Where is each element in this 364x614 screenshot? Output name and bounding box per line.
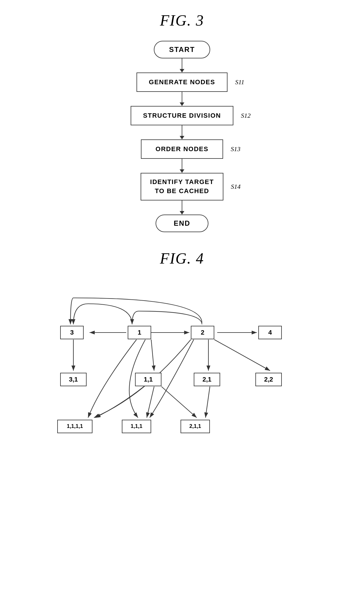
end-node: END (156, 215, 208, 232)
node-1-1-1-1: 1,1,1,1 (57, 420, 92, 433)
s11-box: GENERATE NODES (136, 72, 227, 92)
node-2: 2 (191, 326, 214, 339)
arrow-1 (180, 58, 184, 72)
s14-label: S14 (231, 183, 241, 190)
fig4-diagram: 3 1 2 4 3,1 1,1 2,1 2,2 1,1,1,1 1,1,1 2,… (41, 285, 323, 461)
start-row: START (154, 41, 210, 58)
end-row: END (156, 215, 208, 232)
fig4-title: FIG. 4 (160, 250, 204, 267)
node-1: 1 (128, 326, 151, 339)
svg-line-9 (205, 387, 210, 418)
s11-row: GENERATE NODES S11 (136, 72, 227, 92)
flowchart: START GENERATE NODES S11 STRUCTURE DIVIS… (131, 41, 233, 232)
node-2-1: 2,1 (194, 373, 220, 386)
node-1-1-1: 1,1,1 (122, 420, 151, 433)
s13-label: S13 (231, 145, 240, 153)
svg-line-8 (161, 387, 197, 418)
svg-line-7 (147, 387, 154, 418)
s12-box: STRUCTURE DIVISION (131, 106, 233, 125)
fig3-section: FIG. 3 START GENERATE NODES S11 STRUCTUR… (0, 0, 364, 232)
node-3: 3 (60, 326, 84, 339)
arrow-4 (180, 159, 184, 173)
fig3-title: FIG. 3 (160, 12, 204, 29)
s12-row: STRUCTURE DIVISION S12 (131, 106, 233, 125)
svg-line-6 (214, 340, 270, 371)
start-node: START (154, 41, 210, 58)
s13-row: ORDER NODES S13 (141, 139, 223, 159)
s11-label: S11 (235, 78, 244, 86)
svg-line-4 (151, 340, 154, 371)
node-2-2: 2,2 (255, 373, 282, 386)
s14-row: IDENTIFY TARGETTO BE CACHED S14 (141, 173, 223, 200)
s13-box: ORDER NODES (141, 139, 223, 159)
node-2-1-1: 2,1,1 (181, 420, 210, 433)
fig4-section: FIG. 4 (0, 232, 364, 461)
node-4: 4 (258, 326, 282, 339)
node-3-1: 3,1 (60, 373, 87, 386)
arrow-5 (180, 200, 184, 215)
arrow-2 (180, 92, 184, 106)
node-1-1: 1,1 (135, 373, 161, 386)
arrow-3 (180, 125, 184, 139)
s14-box: IDENTIFY TARGETTO BE CACHED (141, 173, 223, 200)
s12-label: S12 (241, 112, 251, 119)
